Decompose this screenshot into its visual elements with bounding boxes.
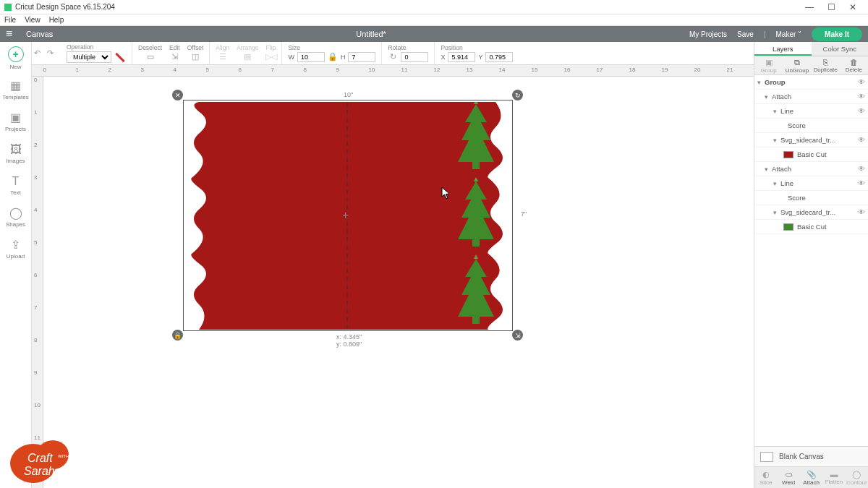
text-icon: T bbox=[12, 175, 20, 188]
svg-text:WITH: WITH bbox=[58, 454, 69, 458]
app-icon bbox=[4, 4, 12, 11]
align-icon[interactable]: ☰ bbox=[218, 52, 228, 62]
menu-file[interactable]: File bbox=[4, 16, 16, 24]
contour-icon: ◯ bbox=[852, 470, 861, 479]
width-input[interactable] bbox=[297, 52, 325, 62]
offset-icon[interactable]: ◫ bbox=[190, 52, 200, 62]
group-action: ▣Group bbox=[754, 56, 783, 74]
visibility-icon[interactable]: 👁 bbox=[858, 93, 865, 100]
resize-handle[interactable]: ⇲ bbox=[512, 330, 523, 341]
contour-button: ◯Contour bbox=[846, 467, 868, 488]
layer-basiccut-green[interactable]: Basic Cut bbox=[754, 220, 868, 234]
weld-icon: ⬭ bbox=[786, 470, 792, 479]
deselect-icon[interactable]: ▭ bbox=[145, 52, 156, 62]
hamburger-icon[interactable]: ≡ bbox=[6, 27, 19, 40]
shapes-button[interactable]: ◯Shapes bbox=[0, 201, 31, 233]
layers-tree[interactable]: ▾Group👁 ▾Attach👁 ▾Line👁 Score ▾Svg_sidec… bbox=[754, 75, 868, 446]
visibility-icon[interactable]: 👁 bbox=[858, 107, 865, 115]
document-title: Untitled* bbox=[53, 30, 689, 38]
watermark-logo: Craft WITH Sarah bbox=[6, 433, 78, 484]
make-it-button[interactable]: Make It bbox=[812, 27, 862, 41]
linetype-swatch[interactable] bbox=[115, 52, 124, 61]
layer-svg-2[interactable]: ▾Svg_sidecard_tr...👁 bbox=[754, 205, 868, 220]
machine-select[interactable]: Maker ˅ bbox=[776, 30, 802, 38]
plus-icon: + bbox=[8, 46, 24, 62]
window-close-button[interactable]: ✕ bbox=[842, 2, 864, 12]
app-title: Cricut Design Space v6.15.204 bbox=[15, 3, 115, 11]
projects-button[interactable]: ▣Projects bbox=[0, 106, 31, 137]
lock-aspect-icon[interactable]: 🔒 bbox=[328, 52, 338, 62]
weld-button[interactable]: ⬭Weld bbox=[777, 467, 799, 488]
delete-action[interactable]: 🗑Delete bbox=[840, 56, 868, 74]
flatten-icon: ▬ bbox=[830, 470, 838, 479]
arrange-icon[interactable]: ▤ bbox=[242, 52, 252, 62]
layer-score[interactable]: Score bbox=[754, 119, 868, 133]
edit-toolbar: ↶ ↷ Operation Multiple Deselect▭ Edit⇲ O… bbox=[0, 42, 868, 65]
layer-group[interactable]: ▾Group👁 bbox=[754, 75, 868, 90]
layer-line[interactable]: ▾Line👁 bbox=[754, 104, 868, 119]
blank-canvas-row[interactable]: Blank Canvas bbox=[754, 446, 868, 466]
text-button[interactable]: TText bbox=[0, 169, 31, 201]
flip-icon[interactable]: ▷◁ bbox=[265, 52, 276, 62]
layer-score-2[interactable]: Score bbox=[754, 191, 868, 205]
pos-y-label: y: 0.809" bbox=[336, 341, 362, 348]
redo-icon[interactable]: ↷ bbox=[45, 48, 55, 59]
trash-icon: 🗑 bbox=[850, 58, 858, 67]
lock-handle[interactable]: 🔒 bbox=[172, 330, 183, 341]
layer-attach[interactable]: ▾Attach👁 bbox=[754, 90, 868, 104]
images-button[interactable]: 🖼Images bbox=[0, 137, 31, 169]
new-button[interactable]: +New bbox=[0, 42, 31, 74]
design-canvas[interactable]: ✕ ↻ 🔒 ⇲ 10" 7" x: 4.345" y: 0.809" + bbox=[43, 77, 754, 488]
svg-text:Sarah: Sarah bbox=[24, 465, 55, 477]
attach-icon: 📎 bbox=[807, 470, 817, 479]
menu-view[interactable]: View bbox=[25, 16, 41, 24]
window-minimize-button[interactable]: — bbox=[799, 2, 820, 12]
height-input[interactable] bbox=[348, 52, 375, 62]
operation-select[interactable]: Multiple bbox=[67, 51, 111, 63]
rotate-icon: ↻ bbox=[388, 52, 398, 62]
upload-button[interactable]: ⇪Upload bbox=[0, 233, 31, 265]
visibility-icon[interactable]: 👁 bbox=[858, 179, 865, 187]
layer-basiccut-red[interactable]: Basic Cut bbox=[754, 147, 868, 162]
templates-button[interactable]: ▦Templates bbox=[0, 74, 31, 106]
visibility-icon[interactable]: 👁 bbox=[858, 136, 865, 144]
visibility-icon[interactable]: 👁 bbox=[858, 165, 865, 173]
top-bar: ≡ Canvas Untitled* My Projects Save | Ma… bbox=[0, 26, 868, 42]
visibility-icon[interactable]: 👁 bbox=[858, 208, 865, 216]
duplicate-action[interactable]: ⎘Duplicate bbox=[812, 56, 840, 74]
slice-icon: ◐ bbox=[762, 470, 770, 479]
group-icon: ▣ bbox=[765, 58, 773, 67]
pos-y-input[interactable] bbox=[485, 52, 513, 62]
flatten-button: ▬Flatten bbox=[822, 467, 845, 488]
tab-layers[interactable]: Layers bbox=[754, 42, 812, 56]
window-titlebar: Cricut Design Space v6.15.204 — ☐ ✕ bbox=[0, 0, 868, 14]
save-link[interactable]: Save bbox=[737, 30, 754, 38]
shapes-icon: ◯ bbox=[9, 206, 22, 220]
menu-help[interactable]: Help bbox=[49, 16, 64, 24]
visibility-icon[interactable]: 👁 bbox=[858, 78, 865, 86]
attach-button[interactable]: 📎Attach bbox=[800, 467, 822, 488]
pos-x-input[interactable] bbox=[448, 52, 475, 62]
center-crosshair: + bbox=[342, 209, 349, 222]
horizontal-ruler: 0123456789101112131415161718192021 bbox=[32, 65, 754, 77]
slice-button: ◐Slice bbox=[754, 467, 777, 488]
layer-line-2[interactable]: ▾Line👁 bbox=[754, 176, 868, 191]
undo-icon[interactable]: ↶ bbox=[32, 48, 42, 59]
rotate-handle[interactable]: ↻ bbox=[512, 90, 523, 100]
layer-attach-2[interactable]: ▾Attach👁 bbox=[754, 162, 868, 176]
ungroup-action[interactable]: ⧉UnGroup bbox=[783, 56, 811, 74]
size-label: Size bbox=[288, 44, 375, 51]
window-maximize-button[interactable]: ☐ bbox=[820, 2, 842, 12]
my-projects-link[interactable]: My Projects bbox=[689, 30, 727, 38]
left-sidebar: +New ▦Templates ▣Projects 🖼Images TText … bbox=[0, 42, 32, 488]
operation-label: Operation bbox=[67, 43, 126, 51]
tab-color-sync[interactable]: Color Sync bbox=[812, 42, 869, 56]
ungroup-icon: ⧉ bbox=[794, 58, 800, 67]
divider: | bbox=[764, 30, 766, 38]
rotate-input[interactable] bbox=[401, 52, 428, 62]
vertical-ruler: 0123456789101112 bbox=[32, 77, 43, 488]
delete-handle[interactable]: ✕ bbox=[172, 90, 183, 100]
layer-svg-1[interactable]: ▾Svg_sidecard_tr...👁 bbox=[754, 133, 868, 147]
edit-icon[interactable]: ⇲ bbox=[169, 52, 179, 62]
canvas-label: Canvas bbox=[26, 30, 53, 38]
